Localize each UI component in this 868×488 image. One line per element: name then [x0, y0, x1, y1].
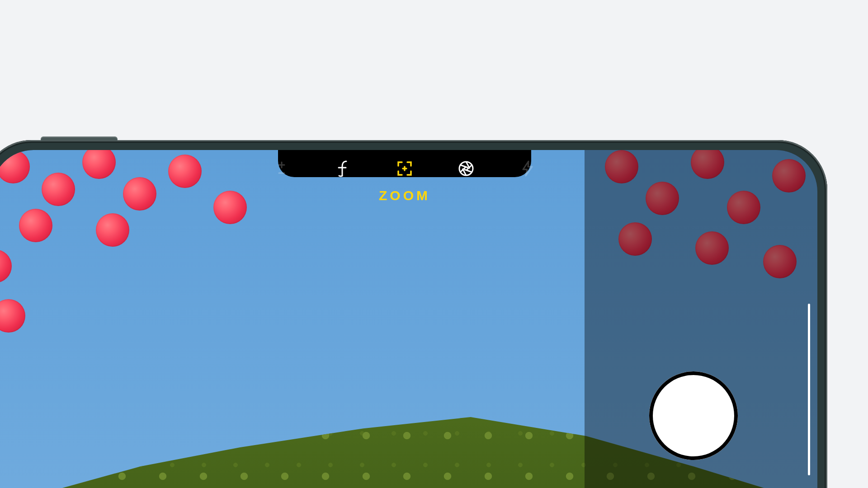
svg-point-6	[459, 162, 473, 175]
svg-marker-7	[523, 161, 532, 176]
flash-icon	[519, 160, 537, 178]
aperture-blades-icon	[457, 160, 475, 178]
flash-button[interactable]	[518, 159, 538, 178]
camera-top-controls	[0, 153, 817, 184]
f-stop-icon	[334, 160, 352, 178]
exposure-button[interactable]	[272, 159, 292, 178]
iphone-device-frame: ZOOM	[0, 140, 827, 488]
camera-app-screen: ZOOM	[0, 150, 817, 488]
scene-flowers	[0, 249, 46, 367]
plus-minus-icon	[273, 160, 291, 178]
shutter-button[interactable]	[649, 371, 738, 460]
side-button	[41, 136, 118, 141]
crop-frame-icon	[396, 160, 414, 178]
zoom-crop-button[interactable]	[395, 159, 415, 178]
level-indicator	[808, 304, 810, 475]
capture-controls-panel	[585, 150, 817, 488]
shutter-speed-button[interactable]	[456, 159, 476, 178]
mode-indicator-label: ZOOM	[379, 188, 430, 203]
aperture-f-button[interactable]	[333, 159, 353, 178]
